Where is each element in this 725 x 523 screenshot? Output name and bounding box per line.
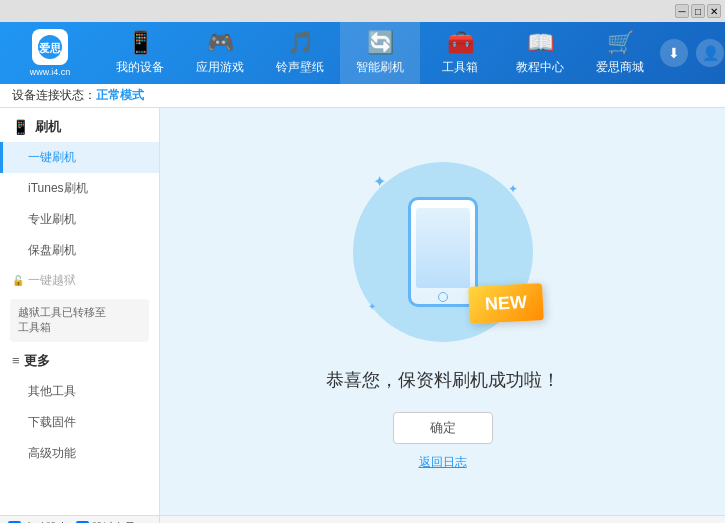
sidebar: 📱 刷机 一键刷机 iTunes刷机 专业刷机 保盘刷机 🔓 一键越狱 越狱工具… (0, 108, 160, 515)
maximize-button[interactable]: □ (691, 4, 705, 18)
store-label: 爱思商城 (596, 59, 644, 76)
nav-item-store[interactable]: 🛒 爱思商城 (580, 22, 660, 84)
user-button[interactable]: 👤 (696, 39, 724, 67)
sidebar-item-other-tools[interactable]: 其他工具 (0, 376, 159, 407)
phone-home-btn (438, 292, 448, 302)
sparkle-2-icon: ✦ (508, 182, 518, 196)
logo-svg: 爱思 (36, 33, 64, 61)
main-layout: 📱 刷机 一键刷机 iTunes刷机 专业刷机 保盘刷机 🔓 一键越狱 越狱工具… (0, 108, 725, 515)
sparkle-1-icon: ✦ (373, 172, 386, 191)
phone-shape (408, 197, 478, 307)
close-button[interactable]: ✕ (707, 4, 721, 18)
new-badge: NEW (468, 283, 544, 324)
bottom-left: 自动跳走 跳过向导 📱 iPhone 12 mini 64GB Down-12m… (0, 516, 160, 523)
sidebar-item-advanced[interactable]: 高级功能 (0, 438, 159, 469)
apps-games-icon: 🎮 (207, 30, 234, 56)
jailbreak-notice-text: 越狱工具已转移至 工具箱 (18, 306, 106, 333)
svg-text:爱思: 爱思 (39, 42, 62, 54)
nav-item-my-device[interactable]: 📱 我的设备 (100, 22, 180, 84)
flash-section-icon: 📱 (12, 119, 29, 135)
device-status-value: 正常模式 (96, 87, 144, 104)
device-status-bar: 设备连接状态： 正常模式 (0, 84, 725, 108)
sidebar-item-pro-flash[interactable]: 专业刷机 (0, 204, 159, 235)
ringtones-icon: 🎵 (287, 30, 314, 56)
content-area: ✦ ✦ ✦ NEW 恭喜您，保资料刷机成功啦！ 确定 返回日志 (160, 108, 725, 515)
sidebar-more-title: ≡ 更多 (0, 346, 159, 376)
back-link[interactable]: 返回日志 (419, 454, 467, 471)
nav-items: 📱 我的设备 🎮 应用游戏 🎵 铃声壁纸 🔄 智能刷机 🧰 工具箱 📖 教程中心… (100, 22, 660, 84)
tutorials-label: 教程中心 (516, 59, 564, 76)
my-device-icon: 📱 (127, 30, 154, 56)
sparkle-3-icon: ✦ (368, 301, 376, 312)
header: 爱思 www.i4.cn 📱 我的设备 🎮 应用游戏 🎵 铃声壁纸 🔄 智能刷机… (0, 22, 725, 84)
bottom-right: V7.98.66 客服 微信公众号 检查更新 (160, 516, 725, 523)
flash-section-label: 刷机 (35, 118, 61, 136)
sidebar-flash-title: 📱 刷机 (0, 112, 159, 142)
bottom-bar: 自动跳走 跳过向导 📱 iPhone 12 mini 64GB Down-12m… (0, 515, 725, 523)
header-right: ⬇ 👤 (660, 39, 725, 67)
phone-bg-circle: ✦ ✦ ✦ NEW (353, 162, 533, 342)
sidebar-item-download-firmware[interactable]: 下载固件 (0, 407, 159, 438)
device-status-label: 设备连接状态： (12, 87, 96, 104)
tutorials-icon: 📖 (527, 30, 554, 56)
sidebar-jailbreak-title: 🔓 一键越狱 (0, 266, 159, 295)
logo-text: www.i4.cn (30, 67, 71, 78)
toolbox-icon: 🧰 (447, 30, 474, 56)
phone-screen (416, 208, 470, 288)
sidebar-jailbreak-notice: 越狱工具已转移至 工具箱 (10, 299, 149, 342)
logo-area: 爱思 www.i4.cn (0, 22, 100, 84)
nav-item-toolbox[interactable]: 🧰 工具箱 (420, 22, 500, 84)
minimize-button[interactable]: ─ (675, 4, 689, 18)
my-device-label: 我的设备 (116, 59, 164, 76)
logo-icon: 爱思 (32, 29, 68, 65)
logo-box: 爱思 www.i4.cn (22, 25, 78, 81)
ringtones-label: 铃声壁纸 (276, 59, 324, 76)
title-bar: ─ □ ✕ (0, 0, 725, 22)
sidebar-item-itunes-flash[interactable]: iTunes刷机 (0, 173, 159, 204)
nav-item-smart-flash[interactable]: 🔄 智能刷机 (340, 22, 420, 84)
nav-item-ringtones[interactable]: 🎵 铃声壁纸 (260, 22, 340, 84)
store-icon: 🛒 (607, 30, 634, 56)
toolbox-label: 工具箱 (442, 59, 478, 76)
jailbreak-label: 一键越狱 (28, 272, 76, 289)
smart-flash-icon: 🔄 (367, 30, 394, 56)
download-button[interactable]: ⬇ (660, 39, 688, 67)
nav-item-apps-games[interactable]: 🎮 应用游戏 (180, 22, 260, 84)
jailbreak-icon: 🔓 (12, 275, 24, 286)
smart-flash-label: 智能刷机 (356, 59, 404, 76)
success-message: 恭喜您，保资料刷机成功啦！ (326, 368, 560, 392)
more-section-icon: ≡ (12, 353, 20, 368)
apps-games-label: 应用游戏 (196, 59, 244, 76)
confirm-button[interactable]: 确定 (393, 412, 493, 444)
phone-illustration: ✦ ✦ ✦ NEW (343, 152, 543, 352)
more-section-label: 更多 (24, 352, 50, 370)
sidebar-item-save-flash[interactable]: 保盘刷机 (0, 235, 159, 266)
nav-item-tutorials[interactable]: 📖 教程中心 (500, 22, 580, 84)
sidebar-item-one-click-flash[interactable]: 一键刷机 (0, 142, 159, 173)
bottom-left-top: 自动跳走 跳过向导 📱 iPhone 12 mini 64GB Down-12m… (0, 516, 159, 523)
